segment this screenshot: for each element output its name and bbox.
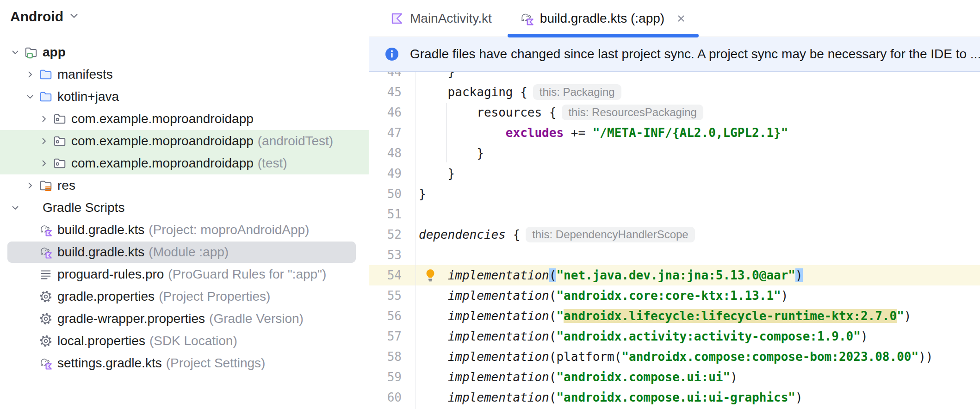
active-tab-underline (508, 34, 699, 37)
tree-item-secondary-label: (Module :app) (149, 245, 229, 260)
code-line[interactable]: 54 implementation("net.java.dev.jna:jna:… (369, 265, 980, 285)
chevron-down-icon[interactable] (8, 201, 22, 215)
line-number: 45 (369, 85, 416, 99)
tree-item[interactable]: build.gradle.kts(Module :app) (0, 241, 369, 263)
line-number: 53 (369, 248, 416, 262)
code-line[interactable]: 45 packaging {this: Packaging (369, 82, 980, 102)
code-line[interactable]: 53 (369, 245, 980, 265)
tree-item-label: Gradle Scripts (43, 200, 124, 215)
tree-item[interactable]: com.example.moproandroidapp(androidTest) (0, 130, 369, 152)
tree-item-label: build.gradle.kts (57, 223, 144, 237)
code-editor[interactable]: 44 }45 packaging {this: Packaging46 reso… (369, 72, 980, 409)
tree-item[interactable]: manifests (0, 63, 369, 86)
chevron-right-icon[interactable] (37, 112, 51, 126)
tree-item-label: com.example.moproandroidapp (71, 134, 254, 149)
tree-item[interactable]: gradle-wrapper.properties(Gradle Version… (0, 308, 369, 330)
line-number: 46 (369, 105, 416, 119)
tree-item-label: gradle-wrapper.properties (57, 311, 205, 326)
code-text: implementation("androidx.lifecycle:lifec… (416, 309, 911, 323)
code-text: } (416, 187, 426, 201)
code-text: implementation(platform("androidx.compos… (416, 350, 933, 364)
android-studio-window: Android appmanifestskotlin+javacom.examp… (0, 0, 980, 409)
tree-item-secondary-label: (test) (258, 156, 287, 171)
tree-item[interactable]: kotlin+java (0, 86, 369, 108)
folder-res-icon (39, 179, 53, 192)
kotlin-icon (390, 11, 404, 26)
code-text: implementation("androidx.core:core-ktx:1… (416, 289, 788, 303)
code-line[interactable]: 59 implementation("androidx.compose.ui:u… (369, 367, 980, 387)
line-number: 58 (369, 350, 416, 364)
code-line[interactable]: 58 implementation(platform("androidx.com… (369, 347, 980, 367)
chevron-right-icon[interactable] (23, 179, 37, 192)
line-number: 57 (369, 329, 416, 343)
tree-item-label: res (57, 178, 75, 193)
tab-mainactivity[interactable]: MainActivity.kt (376, 0, 506, 37)
gradle-kts-icon (39, 356, 53, 370)
code-text: packaging { (416, 85, 527, 99)
tree-item-secondary-label: (Project Settings) (166, 356, 266, 371)
tree-item-label: gradle.properties (57, 289, 155, 304)
line-number: 51 (369, 207, 416, 221)
code-line[interactable]: 56 implementation("androidx.lifecycle:li… (369, 306, 980, 326)
tree-item-secondary-label: (androidTest) (258, 134, 333, 149)
chevron-down-icon[interactable] (23, 90, 37, 104)
tree-item[interactable]: settings.gradle.kts(Project Settings) (0, 352, 369, 374)
code-line[interactable]: 57 implementation("androidx.activity:act… (369, 326, 980, 347)
inlay-hint: this: Packaging (533, 84, 621, 100)
folder-blue-icon (39, 68, 53, 81)
tree-item-label: build.gradle.kts (57, 245, 144, 260)
line-number: 52 (369, 228, 416, 242)
gradle-kts-icon (520, 11, 534, 26)
project-view-selector[interactable]: Android (0, 0, 369, 26)
chevron-down-icon[interactable] (8, 45, 22, 59)
intention-bulb-icon[interactable] (423, 268, 438, 283)
chevron-right-icon[interactable] (37, 134, 51, 148)
code-line[interactable]: 60 implementation("androidx.compose.ui:u… (369, 387, 980, 408)
tab-label: MainActivity.kt (410, 11, 492, 26)
tree-item[interactable]: gradle.properties(Project Properties) (0, 285, 369, 308)
editor-tab-bar: MainActivity.kt build.gradle.kts (:app) (369, 0, 980, 37)
tree-item-label: local.properties (57, 334, 145, 348)
project-tool-window: Android appmanifestskotlin+javacom.examp… (0, 0, 369, 409)
code-line[interactable]: 47 excludes += "/META-INF/{AL2.0,LGPL2.1… (369, 123, 980, 143)
code-line[interactable]: 44 } (369, 72, 980, 82)
code-text: } (416, 72, 455, 79)
code-text: implementation("androidx.activity:activi… (416, 329, 868, 343)
code-line[interactable]: 49 } (369, 163, 980, 184)
package-icon (53, 112, 67, 126)
close-icon[interactable] (676, 13, 687, 24)
tree-item[interactable]: com.example.moproandroidapp(test) (0, 152, 369, 174)
tree-item[interactable]: app (0, 41, 369, 63)
folder-blue-icon (39, 90, 53, 104)
tree-item[interactable]: Gradle Scripts (0, 197, 369, 219)
code-text: implementation("androidx.compose.ui:ui-g… (416, 390, 803, 404)
tree-item-label: com.example.moproandroidapp (71, 112, 254, 126)
tree-item[interactable]: proguard-rules.pro(ProGuard Rules for ":… (0, 263, 369, 285)
chevron-right-icon[interactable] (37, 156, 51, 170)
tree-item[interactable]: build.gradle.kts(Project: moproAndroidAp… (0, 219, 369, 241)
code-line[interactable]: 46 resources {this: ResourcesPackaging (369, 102, 980, 123)
gradle-kts-icon (39, 245, 53, 259)
info-icon (385, 47, 399, 61)
tree-item[interactable]: com.example.moproandroidapp (0, 108, 369, 130)
project-view-label: Android (10, 9, 63, 25)
code-line[interactable]: 51 (369, 204, 980, 224)
line-number: 54 (369, 268, 416, 282)
line-number: 47 (369, 126, 416, 140)
tree-item[interactable]: local.properties(SDK Location) (0, 330, 369, 352)
gear-icon (39, 290, 53, 304)
chevron-right-icon[interactable] (23, 68, 37, 81)
line-number: 50 (369, 187, 416, 201)
code-lines: 44 }45 packaging {this: Packaging46 reso… (369, 72, 980, 408)
tree-item-label: app (43, 45, 66, 60)
line-number: 55 (369, 289, 416, 303)
code-line[interactable]: 48 } (369, 143, 980, 163)
text-file-icon (39, 267, 53, 281)
tab-build-gradle[interactable]: build.gradle.kts (:app) (506, 0, 701, 37)
code-line[interactable]: 50} (369, 184, 980, 204)
tree-item[interactable]: res (0, 174, 369, 197)
code-line[interactable]: 52dependencies {this: DependencyHandlerS… (369, 224, 980, 245)
gradle-sync-banner: Gradle files have changed since last pro… (369, 37, 980, 72)
chevron-down-icon (68, 10, 80, 24)
code-line[interactable]: 55 implementation("androidx.core:core-kt… (369, 285, 980, 306)
